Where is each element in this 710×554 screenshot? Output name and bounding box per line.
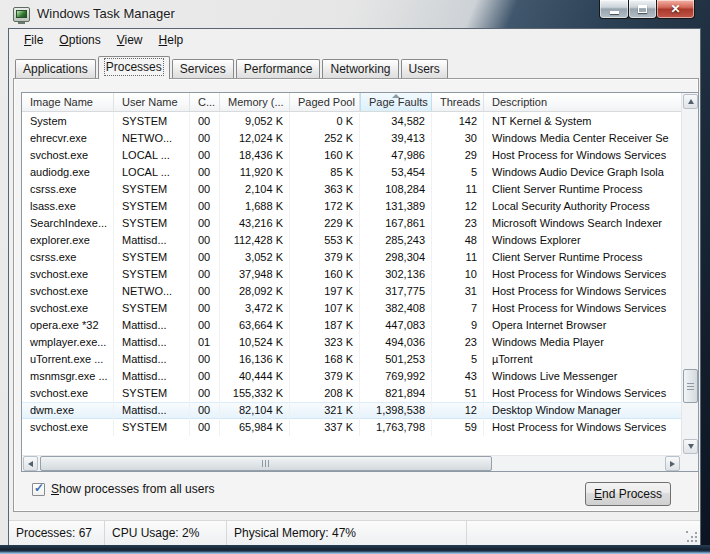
cell-faults: 494,036 bbox=[360, 334, 432, 351]
cell-threads: 10 bbox=[432, 266, 484, 283]
menu-item-view[interactable]: View bbox=[109, 30, 151, 50]
tab-users[interactable]: Users bbox=[401, 59, 448, 79]
tab-performance[interactable]: Performance bbox=[236, 59, 321, 79]
horizontal-scroll-thumb[interactable] bbox=[40, 456, 492, 471]
cell-image: explorer.exe bbox=[22, 232, 114, 249]
cell-cpu: 00 bbox=[190, 164, 220, 181]
process-row[interactable]: csrss.exeSYSTEM003,052 K379 K298,30411Cl… bbox=[22, 249, 681, 266]
cell-paged: 0 K bbox=[290, 113, 360, 130]
scroll-right-button[interactable] bbox=[665, 456, 680, 471]
column-header-cpu[interactable]: C... bbox=[190, 93, 220, 111]
process-row[interactable]: SearchIndexe...SYSTEM0043,216 K229 K167,… bbox=[22, 215, 681, 232]
list-rows: SystemSYSTEM009,052 K0 K34,582142NT Kern… bbox=[22, 113, 681, 455]
cell-memory: 3,472 K bbox=[220, 300, 290, 317]
cell-memory: 3,052 K bbox=[220, 249, 290, 266]
process-row[interactable]: csrss.exeSYSTEM002,104 K363 K108,28411Cl… bbox=[22, 181, 681, 198]
tab-services[interactable]: Services bbox=[172, 59, 234, 79]
menu-item-file[interactable]: File bbox=[16, 30, 51, 50]
column-header-desc[interactable]: Description bbox=[484, 93, 698, 111]
cell-paged: 187 K bbox=[290, 317, 360, 334]
cell-user: NETWO... bbox=[114, 283, 190, 300]
horizontal-scrollbar[interactable] bbox=[22, 455, 681, 471]
column-header-label: Description bbox=[492, 96, 547, 108]
window-body: FileOptionsViewHelp ApplicationsProcesse… bbox=[8, 28, 701, 546]
process-row[interactable]: ehrecvr.exeNETWO...0012,024 K252 K39,413… bbox=[22, 130, 681, 147]
cell-faults: 447,083 bbox=[360, 317, 432, 334]
cell-user: SYSTEM bbox=[114, 215, 190, 232]
tab-applications[interactable]: Applications bbox=[15, 59, 96, 79]
cell-cpu: 00 bbox=[190, 402, 220, 419]
cell-desc: Microsoft Windows Search Indexer bbox=[484, 215, 681, 232]
process-row[interactable]: audiodg.exeLOCAL ...0011,920 K85 K53,454… bbox=[22, 164, 681, 181]
column-header-paged[interactable]: Paged Pool bbox=[290, 93, 360, 111]
maximize-button[interactable] bbox=[628, 0, 657, 19]
scroll-up-button[interactable] bbox=[683, 94, 698, 109]
checkmark-icon: ✓ bbox=[34, 481, 44, 495]
cell-desc: Windows Media Player bbox=[484, 334, 681, 351]
cell-image: csrss.exe bbox=[22, 249, 114, 266]
cell-user: SYSTEM bbox=[114, 198, 190, 215]
process-row[interactable]: SystemSYSTEM009,052 K0 K34,582142NT Kern… bbox=[22, 113, 681, 130]
app-icon bbox=[13, 7, 30, 22]
cell-cpu: 01 bbox=[190, 334, 220, 351]
tab-processes[interactable]: Processes bbox=[98, 56, 170, 79]
process-row[interactable]: explorer.exeMattisd...00112,428 K553 K28… bbox=[22, 232, 681, 249]
cell-faults: 53,454 bbox=[360, 164, 432, 181]
process-row[interactable]: svchost.exeLOCAL ...0018,436 K160 K47,98… bbox=[22, 147, 681, 164]
cell-faults: 298,304 bbox=[360, 249, 432, 266]
column-header-user[interactable]: User Name bbox=[114, 93, 190, 111]
column-header-label: User Name bbox=[122, 96, 178, 108]
process-row[interactable]: msnmsgr.exe ...Mattisd...0040,444 K379 K… bbox=[22, 368, 681, 385]
status-processes: Processes: 67 bbox=[9, 521, 105, 545]
end-process-button[interactable]: End Process bbox=[585, 482, 671, 506]
cell-paged: 337 K bbox=[290, 419, 360, 436]
column-header-label: Paged Pool bbox=[298, 96, 355, 108]
process-row[interactable]: svchost.exeSYSTEM003,472 K107 K382,4087H… bbox=[22, 300, 681, 317]
cell-user: LOCAL ... bbox=[114, 164, 190, 181]
task-manager-window: Windows Task Manager ✕ FileOptionsViewHe… bbox=[0, 0, 710, 554]
process-row[interactable]: svchost.exeNETWO...0028,092 K197 K317,77… bbox=[22, 283, 681, 300]
show-all-users-checkbox[interactable]: ✓ bbox=[32, 483, 45, 496]
scroll-down-button[interactable] bbox=[683, 439, 698, 454]
column-header-image[interactable]: Image Name bbox=[22, 93, 114, 111]
cell-memory: 18,436 K bbox=[220, 147, 290, 164]
cell-paged: 553 K bbox=[290, 232, 360, 249]
cell-image: csrss.exe bbox=[22, 181, 114, 198]
cell-desc: NT Kernel & System bbox=[484, 113, 681, 130]
cell-threads: 23 bbox=[432, 334, 484, 351]
cell-memory: 37,948 K bbox=[220, 266, 290, 283]
process-row[interactable]: opera.exe *32Mattisd...0063,664 K187 K44… bbox=[22, 317, 681, 334]
resize-grip-icon[interactable] bbox=[686, 531, 698, 543]
scroll-left-button[interactable] bbox=[23, 456, 38, 471]
cell-memory: 16,136 K bbox=[220, 351, 290, 368]
column-header-threads[interactable]: Threads bbox=[432, 93, 484, 111]
tab-label: Performance bbox=[244, 62, 313, 76]
process-row[interactable]: dwm.exeMattisd...0082,104 K321 K1,398,53… bbox=[22, 402, 681, 419]
process-row[interactable]: lsass.exeSYSTEM001,688 K172 K131,38912Lo… bbox=[22, 198, 681, 215]
cell-user: Mattisd... bbox=[114, 402, 190, 419]
cell-user: Mattisd... bbox=[114, 317, 190, 334]
process-row[interactable]: svchost.exeSYSTEM00155,332 K208 K821,894… bbox=[22, 385, 681, 402]
tab-networking[interactable]: Networking bbox=[322, 59, 398, 79]
minimize-button[interactable] bbox=[599, 0, 629, 19]
process-row[interactable]: svchost.exeSYSTEM0065,984 K337 K1,763,79… bbox=[22, 419, 681, 436]
menu-item-options[interactable]: Options bbox=[51, 30, 108, 50]
cell-threads: 30 bbox=[432, 130, 484, 147]
cell-user: Mattisd... bbox=[114, 334, 190, 351]
close-button[interactable]: ✕ bbox=[656, 0, 695, 19]
column-header-faults[interactable]: Page Faults bbox=[360, 93, 432, 111]
title-bar[interactable]: Windows Task Manager ✕ bbox=[0, 0, 710, 28]
menu-bar: FileOptionsViewHelp bbox=[9, 29, 700, 52]
cell-memory: 155,332 K bbox=[220, 385, 290, 402]
vertical-scrollbar[interactable] bbox=[681, 93, 698, 455]
cell-paged: 252 K bbox=[290, 130, 360, 147]
sort-ascending-icon bbox=[392, 94, 400, 98]
cell-paged: 160 K bbox=[290, 147, 360, 164]
process-row[interactable]: uTorrent.exe ...Mattisd...0016,136 K168 … bbox=[22, 351, 681, 368]
column-header-memory[interactable]: Memory (... bbox=[220, 93, 290, 111]
vertical-scroll-thumb[interactable] bbox=[683, 369, 698, 403]
cell-desc: Local Security Authority Process bbox=[484, 198, 681, 215]
menu-item-help[interactable]: Help bbox=[151, 30, 192, 50]
process-row[interactable]: svchost.exeSYSTEM0037,948 K160 K302,1361… bbox=[22, 266, 681, 283]
process-row[interactable]: wmplayer.exe...Mattisd...0110,524 K323 K… bbox=[22, 334, 681, 351]
